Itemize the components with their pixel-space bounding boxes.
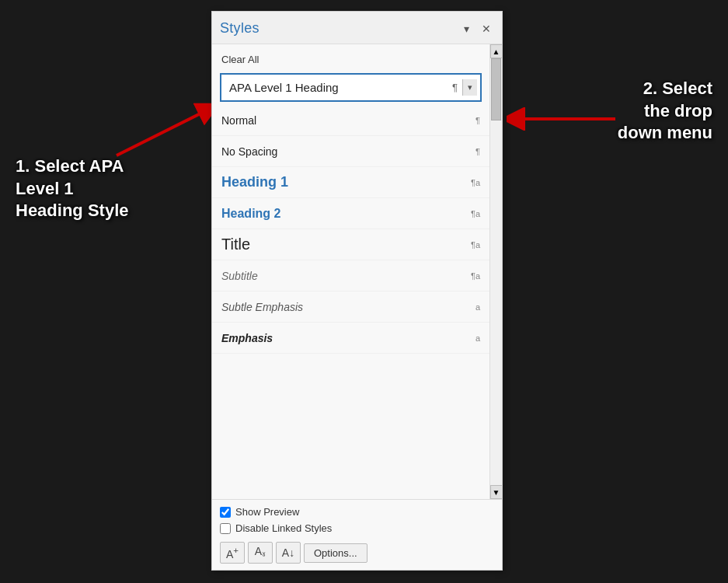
style-item-no-spacing[interactable]: No Spacing ¶ (212, 136, 489, 167)
panel-dropdown-icon[interactable]: ▾ (461, 21, 472, 37)
style-indicator: ¶ (475, 116, 480, 125)
panel-header: Styles ▾ ✕ (212, 12, 502, 44)
style-name: Subtitle (221, 270, 258, 282)
new-style-icon: A+ (226, 545, 239, 560)
style-item-title[interactable]: Title ¶a (212, 229, 489, 260)
new-style-button[interactable]: A+ (220, 542, 245, 564)
manage-styles-icon: A↓ (282, 546, 294, 559)
pilcrow-icon: ¶ (449, 80, 461, 95)
annotation-left-line2: Level 1 (16, 179, 74, 198)
style-item-subtle-emphasis[interactable]: Subtle Emphasis a (212, 292, 489, 323)
panel-title: Styles (220, 20, 260, 37)
arrow-left-icon (109, 101, 218, 163)
panel-header-icons: ▾ ✕ (461, 21, 494, 37)
selected-style-item[interactable]: APA Level 1 Heading ¶ ▾ (220, 73, 482, 102)
annotation-right-line1: 2. Select (643, 79, 712, 98)
style-indicator: ¶a (471, 271, 480, 281)
clear-all-link[interactable]: Clear All (212, 51, 489, 72)
annotation-right-line2: the drop (644, 101, 712, 120)
style-name: Title (221, 236, 250, 253)
style-indicator: ¶a (471, 178, 480, 187)
annotation-left: 1. Select APA Level 1 Heading Style (16, 155, 128, 222)
selected-style-name: APA Level 1 Heading (229, 81, 339, 94)
selected-style-icons: ¶ ▾ (449, 79, 477, 96)
style-name: Heading 1 (221, 174, 288, 190)
style-item-subtitle[interactable]: Subtitle ¶a (212, 260, 489, 292)
style-inspector-button[interactable]: Aˠ (248, 542, 273, 564)
arrow-right-icon (507, 107, 615, 131)
annotation-right: 2. Select the drop down menu (618, 78, 712, 145)
footer-buttons: A+ Aˠ A↓ Options... (220, 542, 494, 564)
scrollbar-track: ▲ ▼ (489, 44, 502, 499)
scrollbar-thumb[interactable] (491, 58, 501, 120)
scrollbar-up-button[interactable]: ▲ (490, 44, 503, 58)
styles-content: Clear All APA Level 1 Heading ¶ ▾ Normal… (212, 44, 502, 499)
show-preview-label: Show Preview (235, 506, 299, 518)
background-left (0, 0, 210, 583)
style-indicator: ¶a (471, 209, 480, 218)
style-name: No Spacing (221, 145, 277, 158)
panel-footer: Show Preview Disable Linked Styles A+ Aˠ… (212, 499, 502, 570)
style-name: Heading 2 (221, 207, 280, 221)
annotation-left-line1: 1. Select APA (16, 156, 124, 176)
annotation-left-line3: Heading Style (16, 201, 128, 220)
disable-linked-checkbox[interactable] (220, 523, 231, 534)
styles-list: Clear All APA Level 1 Heading ¶ ▾ Normal… (212, 44, 489, 499)
options-button[interactable]: Options... (304, 543, 367, 563)
style-indicator: a (475, 302, 480, 312)
style-name: Normal (221, 114, 256, 127)
panel-close-icon[interactable]: ✕ (479, 21, 494, 37)
style-indicator: a (475, 333, 480, 343)
show-preview-row[interactable]: Show Preview (220, 506, 494, 518)
disable-linked-label: Disable Linked Styles (235, 522, 332, 534)
styles-panel: Styles ▾ ✕ Clear All APA Level 1 Heading… (211, 11, 503, 571)
style-item-heading2[interactable]: Heading 2 ¶a (212, 198, 489, 229)
style-inspector-icon: Aˠ (255, 545, 266, 560)
style-item-emphasis[interactable]: Emphasis a (212, 323, 489, 354)
style-name: Emphasis (221, 332, 273, 344)
style-dropdown-button[interactable]: ▾ (462, 79, 477, 96)
style-name: Subtle Emphasis (221, 301, 303, 313)
style-item-normal[interactable]: Normal ¶ (212, 105, 489, 136)
manage-styles-button[interactable]: A↓ (276, 542, 301, 564)
annotation-right-line3: down menu (618, 123, 712, 142)
scrollbar-down-button[interactable]: ▼ (490, 485, 503, 499)
disable-linked-row[interactable]: Disable Linked Styles (220, 522, 494, 534)
svg-line-1 (117, 109, 210, 155)
footer-checkboxes: Show Preview Disable Linked Styles (220, 506, 494, 534)
show-preview-checkbox[interactable] (220, 507, 231, 518)
style-indicator: ¶ (475, 147, 480, 156)
style-indicator: ¶a (471, 240, 480, 250)
scrollbar-thumb-area (490, 58, 502, 485)
style-item-heading1[interactable]: Heading 1 ¶a (212, 167, 489, 198)
